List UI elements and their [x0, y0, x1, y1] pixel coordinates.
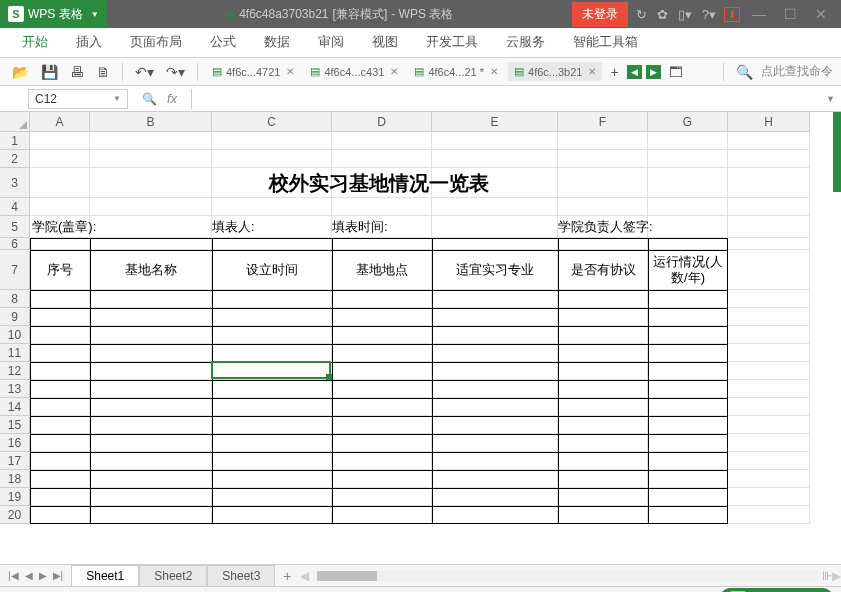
tab-prev-button[interactable]: ◀ — [627, 65, 642, 79]
col-header-D[interactable]: D — [332, 112, 432, 132]
row-header-1[interactable]: 1 — [0, 132, 30, 150]
ribbon-tab-insert[interactable]: 插入 — [62, 27, 116, 57]
row-header-13[interactable]: 13 — [0, 380, 30, 398]
gear-icon[interactable]: ✿ — [655, 5, 670, 24]
tab-list-icon[interactable]: 🗔 — [665, 62, 687, 82]
maximize-button[interactable]: ☐ — [778, 2, 803, 26]
undo-icon[interactable]: ↶▾ — [131, 62, 158, 82]
sync-icon[interactable]: ↻ — [634, 5, 649, 24]
feedback-icon[interactable]: ⬇ — [724, 7, 740, 22]
ribbon-tab-formula[interactable]: 公式 — [196, 27, 250, 57]
print-icon[interactable]: 🖶 — [66, 62, 88, 82]
col-header-H[interactable]: H — [728, 112, 810, 132]
row-header-19[interactable]: 19 — [0, 488, 30, 506]
row-header-16[interactable]: 16 — [0, 434, 30, 452]
row-header-17[interactable]: 17 — [0, 452, 30, 470]
minimize-button[interactable]: — — [746, 2, 772, 26]
doc-tab-1[interactable]: ▤4f6c...4721✕ — [206, 62, 300, 81]
sheet-prev-icon[interactable]: ◀ — [23, 570, 35, 581]
close-icon[interactable]: ✕ — [490, 66, 498, 77]
name-box[interactable]: C12 ▼ — [28, 89, 128, 109]
row-header-11[interactable]: 11 — [0, 344, 30, 362]
titlebar: S WPS 表格 ▼ ▤ 4f6c48a3703b21 [兼容模式] - WPS… — [0, 0, 841, 28]
close-icon[interactable]: ✕ — [286, 66, 294, 77]
print-preview-icon[interactable]: 🗎 — [92, 62, 114, 82]
zoom-search-icon[interactable]: 🔍 — [142, 92, 157, 106]
doc-tab-4[interactable]: ▤4f6c...3b21✕ — [508, 62, 602, 81]
app-badge[interactable]: S WPS 表格 ▼ — [0, 0, 107, 28]
fx-icon[interactable]: fx — [167, 91, 177, 106]
row-header-15[interactable]: 15 — [0, 416, 30, 434]
sheet-first-icon[interactable]: |◀ — [6, 570, 21, 581]
name-box-value: C12 — [35, 92, 57, 106]
col-header-B[interactable]: B — [90, 112, 212, 132]
help-icon[interactable]: ?▾ — [700, 5, 718, 24]
expand-formula-icon[interactable]: ▼ — [820, 94, 841, 104]
sheet-tab-2[interactable]: Sheet2 — [139, 565, 207, 586]
sheet-tab-3[interactable]: Sheet3 — [207, 565, 275, 586]
close-button[interactable]: ✕ — [809, 2, 833, 26]
row-header-14[interactable]: 14 — [0, 398, 30, 416]
ribbon-tab-view[interactable]: 视图 — [358, 27, 412, 57]
row-header-9[interactable]: 9 — [0, 308, 30, 326]
sidebar-dock[interactable] — [833, 112, 841, 192]
row-header-18[interactable]: 18 — [0, 470, 30, 488]
col-header-F[interactable]: F — [558, 112, 648, 132]
chevron-down-icon[interactable]: ▼ — [91, 10, 99, 19]
ribbon-tab-start[interactable]: 开始 — [8, 27, 62, 57]
close-icon[interactable]: ✕ — [588, 66, 596, 77]
col-header-C[interactable]: C — [212, 112, 332, 132]
add-sheet-icon[interactable]: + — [275, 568, 299, 584]
row-header-7[interactable]: 7 — [0, 250, 30, 290]
row-header-6[interactable]: 6 — [0, 238, 30, 250]
ribbon-tab-smart[interactable]: 智能工具箱 — [559, 27, 652, 57]
col-header-G[interactable]: G — [648, 112, 728, 132]
chevron-down-icon[interactable]: ▼ — [113, 94, 121, 103]
row-header-2[interactable]: 2 — [0, 150, 30, 168]
col-header-A[interactable]: A — [30, 112, 90, 132]
sheet-last-icon[interactable]: ▶| — [51, 570, 66, 581]
doc-tab-2[interactable]: ▤4f6c4...c431✕ — [304, 62, 404, 81]
ribbon-tab-data[interactable]: 数据 — [250, 27, 304, 57]
close-icon[interactable]: ✕ — [390, 66, 398, 77]
row-header-4[interactable]: 4 — [0, 198, 30, 216]
hscroll-area[interactable]: ◀ ⊪ ▶ — [300, 569, 841, 583]
sheet-tab-1[interactable]: Sheet1 — [71, 565, 139, 586]
app-name: WPS 表格 — [28, 6, 83, 23]
row-header-8[interactable]: 8 — [0, 290, 30, 308]
ribbon-tab-review[interactable]: 审阅 — [304, 27, 358, 57]
select-all-corner[interactable] — [0, 112, 30, 132]
row-headers: 1234567891011121314151617181920 — [0, 132, 30, 524]
skin-dropdown[interactable]: ▯▾ — [676, 5, 694, 24]
ribbon-tab-cloud[interactable]: 云服务 — [492, 27, 559, 57]
tab-next-button[interactable]: ▶ — [646, 65, 661, 79]
row-header-5[interactable]: 5 — [0, 216, 30, 238]
save-icon[interactable]: 💾 — [37, 62, 62, 82]
new-tab-icon[interactable]: + — [606, 62, 622, 82]
col-header-E[interactable]: E — [432, 112, 558, 132]
split-icon[interactable]: ⊪ — [822, 569, 832, 583]
login-button[interactable]: 未登录 — [572, 2, 628, 27]
doc-suffix: - WPS 表格 — [391, 6, 453, 23]
row-header-10[interactable]: 10 — [0, 326, 30, 344]
open-icon[interactable]: 📂 — [8, 62, 33, 82]
ribbon-tab-dev[interactable]: 开发工具 — [412, 27, 492, 57]
formula-input[interactable] — [191, 89, 820, 109]
row-header-12[interactable]: 12 — [0, 362, 30, 380]
doc-icon: ▤ — [514, 65, 524, 78]
row-header-20[interactable]: 20 — [0, 506, 30, 524]
doc-icon: ▤ — [225, 8, 235, 21]
sheet-next-icon[interactable]: ▶ — [37, 570, 49, 581]
doc-tab-3[interactable]: ▤4f6c4...21 *✕ — [408, 62, 504, 81]
ribbon-tab-layout[interactable]: 页面布局 — [116, 27, 196, 57]
search-hint[interactable]: 点此查找命令 — [761, 63, 833, 80]
quick-toolbar: 📂 💾 🖶 🗎 ↶▾ ↷▾ ▤4f6c...4721✕ ▤4f6c4...c43… — [0, 58, 841, 86]
label-time: 填表时间: — [332, 216, 558, 238]
title-center: ▤ 4f6c48a3703b21 [兼容模式] - WPS 表格 — [107, 6, 572, 23]
status-bar: 🗊 ▦ ▥ ▭ 100 % − + E Excelcn.com — [0, 586, 841, 592]
row-header-3[interactable]: 3 — [0, 168, 30, 198]
search-icon[interactable]: 🔍 — [732, 62, 757, 82]
redo-icon[interactable]: ↷▾ — [162, 62, 189, 82]
toolbar-right: 🔍 点此查找命令 — [719, 62, 833, 82]
titlebar-right: 未登录 ↻ ✿ ▯▾ ?▾ ⬇ — ☐ ✕ — [572, 2, 841, 27]
